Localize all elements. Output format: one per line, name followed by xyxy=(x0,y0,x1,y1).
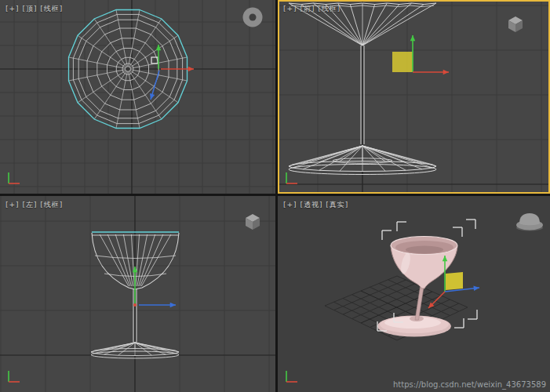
viewport-layout: [+] [顶] [线框] [+] [前] [线框] [+] [左] [线框] [… xyxy=(0,0,550,392)
viewport-perspective-label[interactable]: [+] [透视] [真实] xyxy=(283,200,348,210)
viewport-front[interactable]: [+] [前] [线框] xyxy=(278,0,550,194)
watermark-text: https://blog.csdn.net/weixin_43673589 xyxy=(393,380,546,389)
front-view-canvas[interactable] xyxy=(278,0,550,194)
viewport-top-label[interactable]: [+] [顶] [线框] xyxy=(5,4,63,14)
viewport-top[interactable]: [+] [顶] [线框] xyxy=(0,0,275,194)
left-view-canvas[interactable] xyxy=(0,196,275,392)
move-gizmo-left[interactable] xyxy=(133,267,176,307)
move-gizmo-front[interactable] xyxy=(392,35,449,74)
viewport-front-label[interactable]: [+] [前] [线框] xyxy=(283,4,341,14)
viewcube-perspective-icon[interactable] xyxy=(516,213,543,231)
top-view-canvas[interactable] xyxy=(0,0,275,194)
viewport-left[interactable]: [+] [左] [线框] xyxy=(0,196,275,392)
viewport-left-label[interactable]: [+] [左] [线框] xyxy=(5,200,63,210)
perspective-view-canvas[interactable] xyxy=(278,196,550,392)
viewport-perspective[interactable]: [+] [透视] [真实] https://blog.csdn.net/weix… xyxy=(278,196,550,392)
viewcube-top-icon[interactable] xyxy=(243,8,263,27)
viewcube-front-icon[interactable] xyxy=(508,16,523,32)
viewcube-left-icon[interactable] xyxy=(246,214,260,230)
